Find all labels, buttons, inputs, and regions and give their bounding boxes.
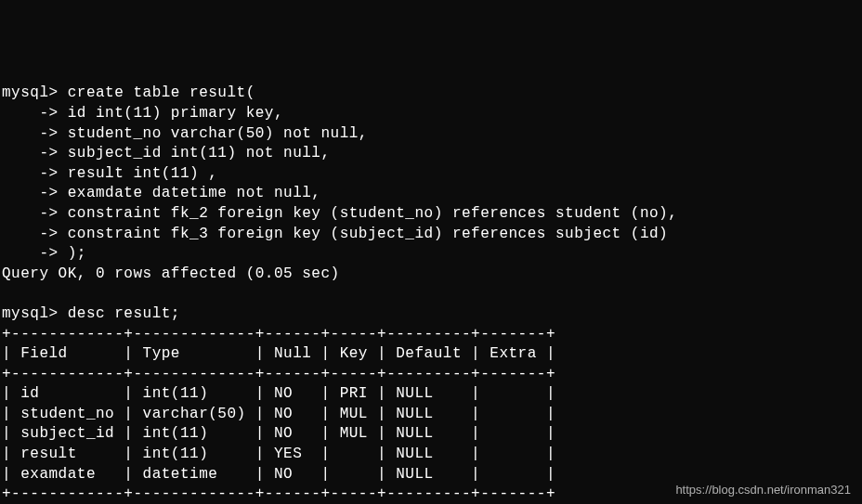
table-border: +------------+-------------+------+-----…: [2, 326, 555, 342]
cont-prompt: ->: [2, 165, 59, 182]
watermark-text: https://blog.csdn.net/ironman321: [675, 482, 851, 498]
cont-prompt: ->: [2, 245, 59, 262]
sql-line: create table result(: [59, 84, 255, 101]
sql-line: student_no varchar(50) not null,: [59, 125, 368, 142]
cont-prompt: ->: [2, 226, 59, 242]
query-result: Query OK, 0 rows affected (0.05 sec): [2, 265, 340, 282]
table-row: | result | int(11) | YES | | NULL | |: [2, 446, 555, 462]
terminal-output: mysql> create table result( -> id int(11…: [2, 84, 860, 504]
cont-prompt: ->: [2, 125, 59, 142]
table-row: | id | int(11) | NO | PRI | NULL | |: [2, 385, 555, 402]
mysql-prompt: mysql>: [2, 305, 59, 322]
sql-line: id int(11) primary key,: [59, 105, 283, 122]
sql-line: constraint fk_3 foreign key (subject_id)…: [59, 226, 669, 242]
sql-line: subject_id int(11) not null,: [59, 145, 331, 162]
sql-line: examdate datetime not null,: [59, 185, 321, 201]
cont-prompt: ->: [2, 205, 59, 222]
sql-line: desc result;: [59, 305, 180, 322]
table-header: | Field | Type | Null | Key | Default | …: [2, 345, 555, 362]
sql-line: result int(11) ,: [59, 165, 218, 182]
sql-line: );: [59, 245, 86, 262]
table-row: | examdate | datetime | NO | | NULL | |: [2, 466, 555, 483]
cont-prompt: ->: [2, 145, 59, 162]
table-row: | subject_id | int(11) | NO | MUL | NULL…: [2, 425, 555, 442]
cont-prompt: ->: [2, 105, 59, 122]
table-border: +------------+-------------+------+-----…: [2, 485, 555, 502]
cont-prompt: ->: [2, 185, 59, 201]
table-row: | student_no | varchar(50) | NO | MUL | …: [2, 406, 555, 422]
mysql-prompt: mysql>: [2, 84, 59, 101]
sql-line: constraint fk_2 foreign key (student_no)…: [59, 205, 678, 222]
table-border: +------------+-------------+------+-----…: [2, 366, 555, 382]
